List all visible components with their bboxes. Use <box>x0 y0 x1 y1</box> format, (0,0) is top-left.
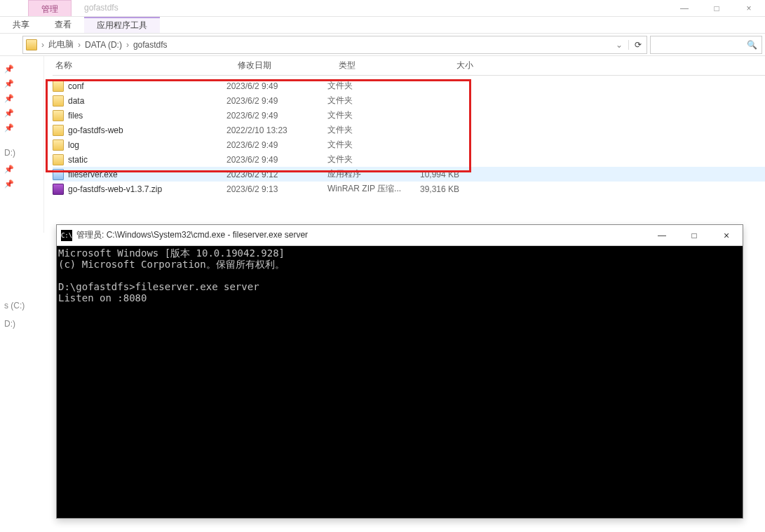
file-name: files <box>68 111 83 121</box>
folder-icon <box>53 110 64 121</box>
column-headers: 名称 修改日期 类型 大小 <box>53 56 765 76</box>
file-date: 2023/6/2 9:49 <box>226 140 327 150</box>
cmd-icon: C:\ <box>61 230 72 241</box>
file-date: 2023/6/2 9:49 <box>226 111 327 121</box>
file-date: 2023/6/2 9:49 <box>226 81 327 91</box>
file-type: 文件夹 <box>327 124 412 136</box>
window-controls: — □ × <box>668 0 765 17</box>
breadcrumb-root[interactable]: 此电脑 <box>46 39 76 50</box>
cmd-close-button[interactable]: × <box>710 225 743 246</box>
table-row[interactable]: files2023/6/2 9:49文件夹 <box>53 108 765 123</box>
window-close-button[interactable]: × <box>733 0 765 17</box>
table-row[interactable]: log2023/6/2 9:49文件夹 <box>53 137 765 152</box>
ribbon-tab-view[interactable]: 查看 <box>42 19 84 31</box>
breadcrumb-sep: › <box>41 40 44 50</box>
quick-access-pin[interactable]: 📌 <box>0 162 43 177</box>
quick-access-pin[interactable]: 📌 <box>0 106 43 121</box>
file-type: 应用程序 <box>327 168 412 180</box>
file-size: 39,316 KB <box>412 184 468 194</box>
table-row[interactable]: data2023/6/2 9:49文件夹 <box>53 93 765 108</box>
table-row[interactable]: fileserver.exe2023/6/2 9:12应用程序10,994 KB <box>53 167 765 182</box>
folder-icon <box>53 81 64 92</box>
breadcrumb[interactable]: › 此电脑 › DATA (D:) › gofastdfs ⌄ ⟳ <box>22 36 647 54</box>
main-area: 📌 📌 📌 📌 📌 D:) 📌 📌 s (C:) D:) 名称 修改日期 类型 … <box>0 56 765 233</box>
cmd-title: 管理员: C:\Windows\System32\cmd.exe - files… <box>76 229 646 241</box>
file-date: 2023/6/2 9:12 <box>226 170 327 179</box>
cmd-titlebar[interactable]: C:\ 管理员: C:\Windows\System32\cmd.exe - f… <box>57 225 743 246</box>
exe-icon <box>53 169 64 180</box>
folder-icon <box>26 39 37 50</box>
file-date: 2023/6/2 9:49 <box>226 155 327 165</box>
window-min-button[interactable]: — <box>668 0 700 17</box>
file-type: 文件夹 <box>327 139 412 151</box>
file-type: 文件夹 <box>327 154 412 165</box>
file-date: 2022/2/10 13:23 <box>226 125 327 135</box>
search-input[interactable]: 🔍 <box>650 36 762 54</box>
file-type: WinRAR ZIP 压缩... <box>327 183 412 195</box>
file-name: log <box>68 140 79 150</box>
table-row[interactable]: go-fastdfs-web2022/2/10 13:23文件夹 <box>53 123 765 137</box>
folder-icon <box>53 95 64 107</box>
file-type: 文件夹 <box>327 109 412 121</box>
file-name: fileserver.exe <box>68 170 118 179</box>
file-name: data <box>68 96 84 106</box>
folder-icon <box>53 125 64 136</box>
quick-access-pin[interactable]: 📌 <box>0 76 43 91</box>
file-date: 2023/6/2 9:49 <box>226 96 327 106</box>
nav-drive-c[interactable]: s (C:) <box>0 296 43 315</box>
col-name[interactable]: 名称 <box>53 60 238 71</box>
file-name: go-fastdfs-web-v1.3.7.zip <box>68 184 162 194</box>
table-row[interactable]: conf2023/6/2 9:49文件夹 <box>53 79 765 93</box>
breadcrumb-sep: › <box>78 40 81 50</box>
quick-access-pin[interactable]: 📌 <box>0 121 43 135</box>
ribbon-tab-share[interactable]: 共享 <box>0 19 42 31</box>
refresh-button[interactable]: ⟳ <box>628 40 646 50</box>
cmd-min-button[interactable]: — <box>646 225 678 246</box>
file-size: 10,994 KB <box>412 170 468 179</box>
ribbon-tab-context[interactable]: gofastdfs <box>72 0 131 16</box>
nav-back-button[interactable] <box>3 36 20 53</box>
ribbon-sub-tools[interactable]: 应用程序工具 <box>84 17 160 33</box>
table-row[interactable]: static2023/6/2 9:49文件夹 <box>53 152 765 167</box>
nav-pane[interactable]: 📌 📌 📌 📌 📌 D:) 📌 📌 s (C:) D:) <box>0 56 44 233</box>
col-type[interactable]: 类型 <box>339 60 423 71</box>
cmd-max-button[interactable]: □ <box>678 225 710 246</box>
quick-access-pin[interactable]: 📌 <box>0 177 43 191</box>
file-name: go-fastdfs-web <box>68 125 123 135</box>
ribbon-tabs: 管理 gofastdfs <box>0 0 765 17</box>
breadcrumb-drive[interactable]: DATA (D:) <box>82 40 125 50</box>
file-type: 文件夹 <box>327 95 412 107</box>
breadcrumb-sep: › <box>126 40 129 50</box>
file-name: static <box>68 155 88 165</box>
file-list: conf2023/6/2 9:49文件夹data2023/6/2 9:49文件夹… <box>53 79 765 196</box>
search-icon: 🔍 <box>747 40 757 50</box>
nav-drive-d[interactable]: D:) <box>0 144 43 162</box>
ribbon-sub: 共享 查看 应用程序工具 <box>0 17 765 34</box>
breadcrumb-dropdown[interactable]: ⌄ <box>611 40 627 50</box>
window-max-button[interactable]: □ <box>700 0 733 17</box>
quick-access-pin[interactable]: 📌 <box>0 91 43 106</box>
file-date: 2023/6/2 9:13 <box>226 184 327 194</box>
cmd-window: C:\ 管理员: C:\Windows\System32\cmd.exe - f… <box>56 224 743 519</box>
breadcrumb-folder[interactable]: gofastdfs <box>130 40 170 50</box>
table-row[interactable]: go-fastdfs-web-v1.3.7.zip2023/6/2 9:13Wi… <box>53 182 765 196</box>
col-date[interactable]: 修改日期 <box>238 60 339 71</box>
quick-access-pin[interactable]: 📌 <box>0 62 43 76</box>
cmd-output: Microsoft Windows [版本 10.0.19042.928] (c… <box>57 246 743 518</box>
file-type: 文件夹 <box>327 80 412 92</box>
ribbon-tab-manage[interactable]: 管理 <box>28 0 72 16</box>
nav-drive-d2[interactable]: D:) <box>0 315 43 333</box>
zip-icon <box>53 184 64 195</box>
file-name: conf <box>68 81 84 91</box>
folder-icon <box>53 154 64 165</box>
address-bar: › 此电脑 › DATA (D:) › gofastdfs ⌄ ⟳ 🔍 <box>0 34 765 56</box>
folder-icon <box>53 139 64 151</box>
file-list-pane: 名称 修改日期 类型 大小 conf2023/6/2 9:49文件夹data20… <box>44 56 765 233</box>
col-size[interactable]: 大小 <box>423 60 479 71</box>
